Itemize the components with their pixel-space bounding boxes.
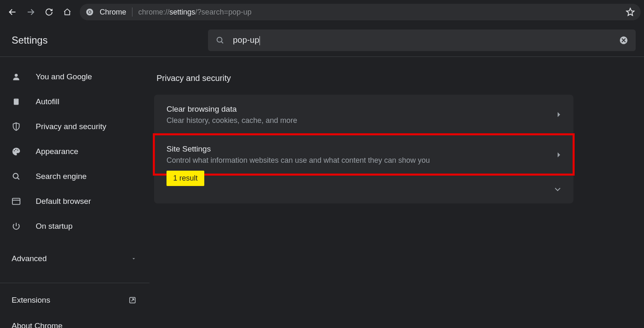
sidebar-item-label: Autofill xyxy=(36,97,59,106)
chevron-right-icon xyxy=(557,152,561,158)
sidebar-item-on-startup[interactable]: On startup xyxy=(0,214,152,239)
bookmark-star-icon[interactable] xyxy=(626,7,635,17)
sidebar-item-label: Privacy and security xyxy=(36,122,106,131)
svg-marker-3 xyxy=(627,8,634,15)
sidebar-item-search-engine[interactable]: Search engine xyxy=(0,164,152,189)
shield-icon xyxy=(11,122,22,131)
chevron-down-icon xyxy=(131,256,137,262)
row-site-settings[interactable]: Site Settings Control what information w… xyxy=(154,135,573,174)
settings-main: Privacy and security Clear browsing data… xyxy=(152,57,644,328)
section-title-privacy: Privacy and security xyxy=(157,73,644,83)
sidebar-item-label: Search engine xyxy=(36,172,87,181)
search-result-badge: 1 result xyxy=(167,171,204,186)
sidebar-advanced-label: Advanced xyxy=(12,254,47,263)
settings-sidebar: You and Google Autofill Privacy and secu… xyxy=(0,57,152,328)
sidebar-item-label: Default browser xyxy=(36,197,91,206)
person-icon xyxy=(11,72,22,81)
svg-point-11 xyxy=(15,149,16,150)
omnibox-site-label: Chrome xyxy=(100,8,126,17)
chevron-down-icon xyxy=(554,187,561,192)
sidebar-item-label: Appearance xyxy=(36,147,78,156)
row-subtitle: Clear history, cookies, cache, and more xyxy=(167,116,297,125)
sidebar-item-extensions[interactable]: Extensions xyxy=(0,287,152,313)
svg-point-13 xyxy=(13,174,18,179)
chevron-right-icon xyxy=(557,112,561,117)
sidebar-advanced-toggle[interactable]: Advanced xyxy=(0,246,152,271)
svg-rect-9 xyxy=(15,99,18,100)
palette-icon xyxy=(11,147,22,156)
home-button[interactable] xyxy=(58,3,76,21)
sidebar-item-privacy[interactable]: Privacy and security xyxy=(0,114,152,139)
forward-button[interactable] xyxy=(22,3,40,21)
sidebar-item-you-and-google[interactable]: You and Google xyxy=(0,64,152,89)
clipboard-icon xyxy=(11,97,22,106)
svg-rect-14 xyxy=(12,198,20,205)
row-title: Site Settings xyxy=(167,144,430,154)
svg-point-10 xyxy=(14,150,15,151)
svg-point-2 xyxy=(89,11,91,13)
sidebar-item-appearance[interactable]: Appearance xyxy=(0,139,152,164)
power-icon xyxy=(11,222,22,231)
sidebar-item-label: About Chrome xyxy=(12,321,63,328)
sidebar-item-autofill[interactable]: Autofill xyxy=(0,89,152,114)
row-subtitle: Control what information websites can us… xyxy=(167,156,430,165)
sidebar-item-label: Extensions xyxy=(12,296,50,305)
search-icon xyxy=(215,36,225,45)
sidebar-item-label: On startup xyxy=(36,222,73,231)
settings-header: Settings pop-up xyxy=(0,24,644,56)
browser-toolbar: Chrome chrome://settings/?search=pop-up xyxy=(0,0,644,24)
svg-rect-7 xyxy=(14,99,19,105)
sidebar-item-about-chrome[interactable]: About Chrome xyxy=(0,313,152,328)
omnibox-separator xyxy=(132,7,132,17)
omnibox-url: chrome://settings/?search=pop-up xyxy=(138,8,252,17)
sidebar-item-label: You and Google xyxy=(36,72,92,81)
page-title: Settings xyxy=(12,34,48,46)
settings-search-input[interactable]: pop-up xyxy=(208,29,636,51)
reload-button[interactable] xyxy=(40,3,58,21)
row-title: Clear browsing data xyxy=(167,105,297,114)
browser-icon xyxy=(11,197,22,206)
sidebar-item-default-browser[interactable]: Default browser xyxy=(0,189,152,214)
privacy-card: Clear browsing data Clear history, cooki… xyxy=(154,95,573,203)
row-clear-browsing-data[interactable]: Clear browsing data Clear history, cooki… xyxy=(154,95,573,135)
external-link-icon xyxy=(128,296,137,304)
search-icon xyxy=(11,172,22,181)
svg-point-4 xyxy=(217,37,222,42)
svg-point-12 xyxy=(17,149,18,150)
svg-point-6 xyxy=(15,74,17,77)
address-bar[interactable]: Chrome chrome://settings/?search=pop-up xyxy=(80,4,641,20)
clear-search-icon[interactable] xyxy=(619,36,628,45)
chrome-icon xyxy=(86,8,94,16)
search-input-value: pop-up xyxy=(233,35,619,45)
back-button[interactable] xyxy=(3,3,22,21)
sidebar-divider xyxy=(0,283,149,283)
row-more[interactable] xyxy=(154,174,573,203)
